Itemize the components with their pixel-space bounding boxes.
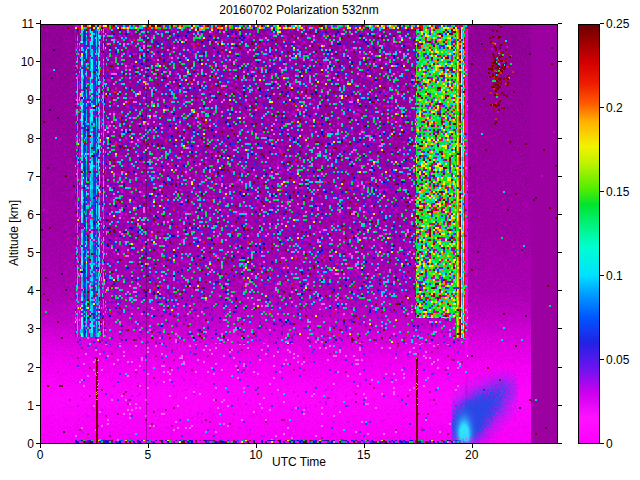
colorbar-tick-label: 0.15 — [606, 185, 629, 199]
x-tick-top — [148, 20, 149, 24]
colorbar-tick — [600, 191, 604, 192]
colorbar-tick — [600, 23, 604, 24]
y-tick-right — [558, 138, 562, 139]
y-tick — [36, 405, 40, 406]
y-tick — [36, 176, 40, 177]
y-tick-right — [558, 367, 562, 368]
y-tick-right — [558, 328, 562, 329]
y-tick-right — [558, 23, 562, 24]
y-tick — [36, 99, 40, 100]
colorbar-tick-label: 0 — [606, 437, 613, 451]
y-tick-label: 7 — [2, 170, 34, 184]
colorbar-tick-label: 0.25 — [606, 17, 629, 31]
y-tick — [36, 61, 40, 62]
y-tick — [36, 23, 40, 24]
x-tick-top — [472, 20, 473, 24]
y-tick-label: 1 — [2, 399, 34, 413]
x-tick-top — [40, 20, 41, 24]
y-tick — [36, 138, 40, 139]
y-tick-right — [558, 176, 562, 177]
colorbar-tick-label: 0.2 — [606, 101, 623, 115]
y-tick — [36, 443, 40, 444]
x-tick-top — [256, 20, 257, 24]
y-tick-label: 6 — [2, 208, 34, 222]
y-tick-label: 4 — [2, 284, 34, 298]
y-tick-right — [558, 405, 562, 406]
y-tick-label: 11 — [2, 17, 34, 31]
colorbar-tick — [600, 443, 604, 444]
figure: 20160702 Polarization 532nm Altitude [km… — [0, 0, 640, 480]
y-tick-right — [558, 443, 562, 444]
x-tick-label: 20 — [465, 448, 478, 462]
plot-area — [40, 24, 558, 444]
y-tick-label: 8 — [2, 132, 34, 146]
y-tick-label: 3 — [2, 322, 34, 336]
colorbar-tick — [600, 275, 604, 276]
x-tick-label: 0 — [37, 448, 44, 462]
x-tick-label: 15 — [357, 448, 370, 462]
y-tick — [36, 328, 40, 329]
y-tick — [36, 290, 40, 291]
x-axis-label: UTC Time — [40, 455, 558, 469]
y-tick-label: 2 — [2, 361, 34, 375]
y-tick-label: 0 — [2, 437, 34, 451]
y-tick-right — [558, 99, 562, 100]
y-tick-right — [558, 214, 562, 215]
y-tick-right — [558, 252, 562, 253]
y-tick-label: 9 — [2, 93, 34, 107]
chart-title: 20160702 Polarization 532nm — [40, 3, 558, 17]
y-tick-right — [558, 290, 562, 291]
x-tick-top — [364, 20, 365, 24]
y-tick-label: 10 — [2, 55, 34, 69]
colorbar-tick-label: 0.05 — [606, 353, 629, 367]
y-tick-label: 5 — [2, 246, 34, 260]
y-tick — [36, 214, 40, 215]
x-tick-label: 5 — [145, 448, 152, 462]
y-tick — [36, 252, 40, 253]
x-tick-label: 10 — [249, 448, 262, 462]
colorbar-tick — [600, 359, 604, 360]
colorbar-tick — [600, 107, 604, 108]
y-tick — [36, 367, 40, 368]
y-tick-right — [558, 61, 562, 62]
heatmap-canvas — [41, 25, 557, 443]
colorbar — [578, 24, 600, 444]
colorbar-tick-label: 0.1 — [606, 269, 623, 283]
